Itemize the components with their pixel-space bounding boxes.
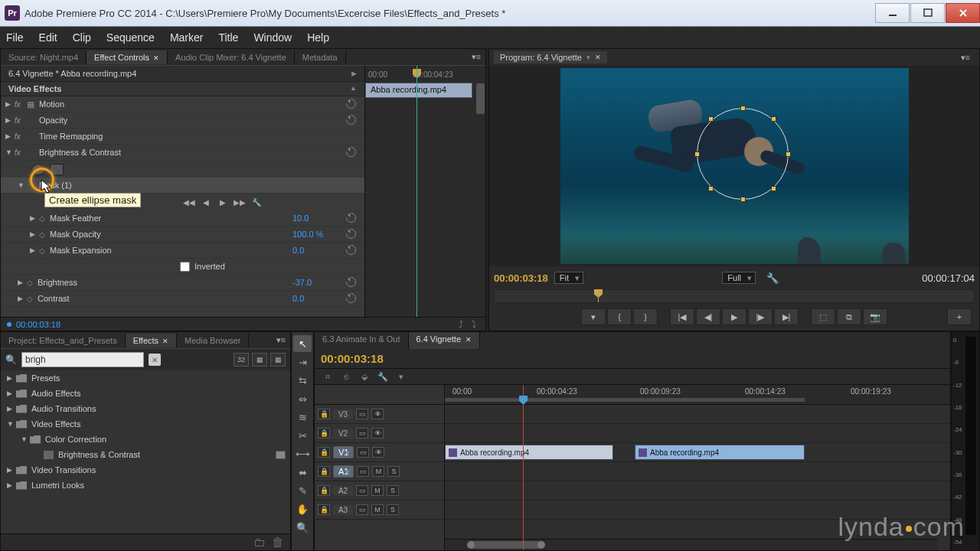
mask-opacity-value[interactable]: 100.0 % xyxy=(292,230,346,239)
toggle-output-icon[interactable]: ▭ xyxy=(356,504,368,515)
marker-icon[interactable]: ⬙ xyxy=(358,370,371,383)
lock-icon[interactable]: 🔒 xyxy=(318,504,330,515)
tree-item[interactable]: Video Effects xyxy=(1,416,290,432)
track-a3[interactable]: A3 xyxy=(333,505,353,515)
reset-icon[interactable] xyxy=(346,213,360,224)
bypass-icon[interactable]: ▦ xyxy=(27,99,39,109)
linked-selection-icon[interactable]: ⎋ xyxy=(339,370,353,383)
filter-yuv-button[interactable]: ▦ xyxy=(252,353,267,367)
reset-icon[interactable] xyxy=(346,99,360,110)
razor-tool-icon[interactable]: ✂ xyxy=(293,427,312,444)
menu-clip[interactable]: Clip xyxy=(73,31,91,44)
tab-metadata[interactable]: Metadata xyxy=(295,51,346,64)
tree-item[interactable]: Video Transitions xyxy=(1,462,290,478)
program-ruler[interactable] xyxy=(494,289,975,303)
disclosure-icon[interactable] xyxy=(18,295,27,302)
toggle-output-icon[interactable]: ▭ xyxy=(356,485,368,496)
tree-item[interactable]: Lumetri Looks xyxy=(1,478,290,493)
keyframe-toggle-icon[interactable]: ◇ xyxy=(39,246,50,255)
zoom-tool-icon[interactable]: 🔍 xyxy=(293,519,312,536)
slide-tool-icon[interactable]: ⬌ xyxy=(293,464,312,481)
track-mask-next-icon[interactable]: ▶ xyxy=(217,197,229,207)
filter-32-button[interactable]: 32 xyxy=(234,353,249,367)
effect-opacity[interactable]: Opacity xyxy=(39,116,346,125)
selection-tool-icon[interactable]: ↖ xyxy=(293,335,312,352)
mute-button[interactable]: M xyxy=(372,466,384,477)
track-mask-backward-icon[interactable]: ◀◀ xyxy=(183,197,195,207)
timeline-playhead[interactable] xyxy=(523,385,524,550)
reset-icon[interactable] xyxy=(346,245,360,256)
mask-expansion-value[interactable]: 0.0 xyxy=(292,246,346,255)
disclosure-icon[interactable] xyxy=(18,181,27,189)
close-icon[interactable]: ✕ xyxy=(153,54,159,62)
tab-media-browser[interactable]: Media Browser xyxy=(177,334,249,347)
effect-brightness-contrast[interactable]: Brightness & Contrast xyxy=(39,148,346,157)
button-editor-icon[interactable]: + xyxy=(947,308,972,325)
keyframe-toggle-icon[interactable]: ◇ xyxy=(27,279,38,287)
ripple-edit-tool-icon[interactable]: ⇆ xyxy=(293,372,312,389)
ec-time-ruler[interactable]: 00:00 00:00:04:23 xyxy=(365,66,485,83)
inverted-checkbox[interactable] xyxy=(180,262,190,272)
quality-select[interactable]: Full xyxy=(722,272,756,284)
timeline-tab[interactable]: 6.4 Vignette✕ xyxy=(409,332,481,349)
menu-marker[interactable]: Marker xyxy=(170,31,204,44)
panel-menu-icon[interactable]: ▾≡ xyxy=(272,335,290,345)
slip-tool-icon[interactable]: ⟷ xyxy=(293,445,312,462)
effect-motion[interactable]: Motion xyxy=(39,99,346,109)
menu-title[interactable]: Title xyxy=(218,31,238,44)
mark-out-button[interactable]: } xyxy=(633,308,658,325)
play-button[interactable]: ▶ xyxy=(722,308,746,325)
tab-source[interactable]: Source: Night.mp4 xyxy=(1,51,87,64)
lock-icon[interactable]: 🔒 xyxy=(318,447,330,458)
tab-effect-controls[interactable]: Effect Controls✕ xyxy=(87,51,168,64)
program-viewport[interactable] xyxy=(489,66,979,266)
effects-search-input[interactable] xyxy=(21,352,144,367)
contrast-value[interactable]: 0.0 xyxy=(292,294,346,303)
mask-name[interactable]: Mask (1) xyxy=(39,181,360,190)
ec-footer-icons[interactable]: ⤴ ⤵ xyxy=(459,319,479,330)
program-timecode-left[interactable]: 00:00:03:18 xyxy=(494,272,548,284)
hand-tool-icon[interactable]: ✋ xyxy=(293,500,312,517)
close-icon[interactable]: ✕ xyxy=(162,337,168,345)
ec-timecode[interactable]: 00:00:03:18 xyxy=(16,320,60,329)
rectangle-mask-icon[interactable] xyxy=(50,164,64,175)
lock-icon[interactable]: 🔒 xyxy=(318,409,330,419)
rolling-edit-tool-icon[interactable]: ⇔ xyxy=(293,390,312,407)
eye-icon[interactable]: 👁 xyxy=(371,409,384,419)
disclosure-icon[interactable] xyxy=(5,132,15,140)
close-icon[interactable]: ✕ xyxy=(466,336,472,344)
ec-scrollbar[interactable] xyxy=(475,83,485,305)
eye-icon[interactable]: 👁 xyxy=(371,428,384,439)
settings-icon[interactable]: 🔧 xyxy=(376,370,390,383)
disclosure-icon[interactable] xyxy=(5,100,15,108)
track-mask-forward-icon[interactable]: ▶▶ xyxy=(234,197,246,207)
lock-icon[interactable]: 🔒 xyxy=(318,466,330,477)
window-maximize-button[interactable] xyxy=(910,3,945,23)
solo-button[interactable]: S xyxy=(387,466,400,477)
step-back-button[interactable]: ◀| xyxy=(696,308,720,325)
effects-tree[interactable]: PresetsAudio EffectsAudio TransitionsVid… xyxy=(1,370,290,533)
tree-item[interactable]: Color Correction xyxy=(1,432,290,447)
menu-sequence[interactable]: Sequence xyxy=(106,31,155,44)
reset-icon[interactable] xyxy=(346,277,360,289)
brightness-value[interactable]: -37.0 xyxy=(292,278,346,287)
tree-item[interactable]: Presets xyxy=(1,370,290,386)
close-icon[interactable]: ✕ xyxy=(595,54,601,61)
timeline-clip[interactable]: Abba recording.mp4 xyxy=(635,445,805,460)
toggle-output-icon[interactable]: ▭ xyxy=(356,428,368,439)
tree-item[interactable]: Brightness & Contrast xyxy=(1,447,290,462)
filter-accel-button[interactable]: ▦ xyxy=(270,353,286,367)
toggle-output-icon[interactable]: ▭ xyxy=(357,466,369,477)
extract-button[interactable]: ⧉ xyxy=(837,308,861,325)
mask-overlay[interactable] xyxy=(697,108,789,200)
program-tab[interactable]: Program: 6.4 Vignette▾✕ xyxy=(494,51,607,64)
menu-window[interactable]: Window xyxy=(253,31,292,44)
rate-stretch-tool-icon[interactable]: ≋ xyxy=(293,409,312,425)
disclosure-icon[interactable] xyxy=(5,148,15,156)
lift-button[interactable]: ⬚ xyxy=(811,308,835,325)
lock-icon[interactable]: 🔒 xyxy=(318,485,330,496)
mask-feather-value[interactable]: 10.0 xyxy=(292,214,346,223)
track-v2[interactable]: V2 xyxy=(333,429,353,439)
zoom-select[interactable]: Fit xyxy=(554,272,583,284)
keyframe-toggle-icon[interactable]: ◇ xyxy=(27,295,38,303)
